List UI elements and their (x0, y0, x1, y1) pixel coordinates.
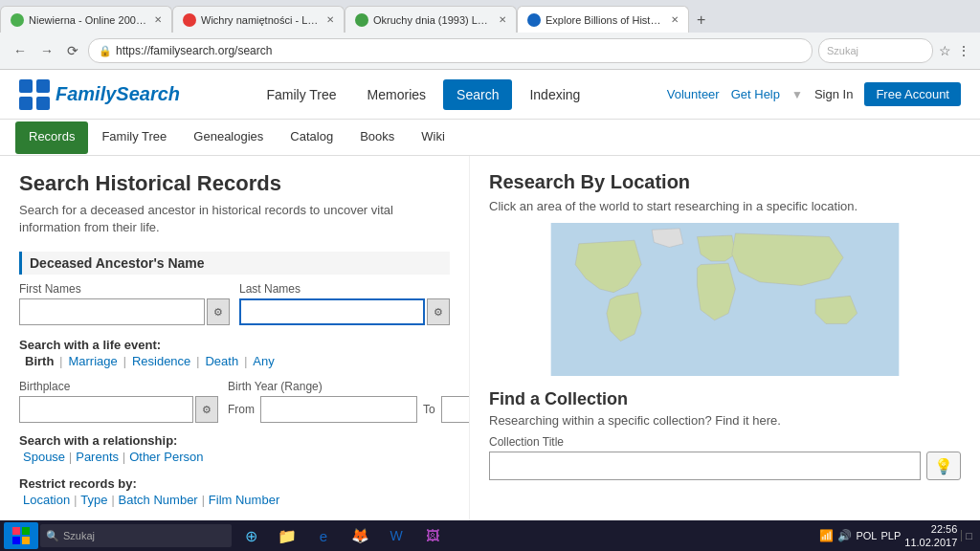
new-tab-button[interactable]: + (689, 8, 713, 33)
last-names-input[interactable] (239, 298, 425, 325)
browser-tabs: Niewierna - Online 2002 L... ✕ Wichry na… (0, 0, 980, 33)
birthplace-input[interactable] (19, 396, 193, 423)
restrict-location[interactable]: Location (19, 491, 74, 509)
windows-logo-icon (12, 527, 30, 544)
event-death[interactable]: Death (199, 352, 244, 370)
relationship-label: Search with a relationship: (19, 433, 177, 448)
collection-title-input[interactable] (489, 452, 921, 480)
site-logo[interactable]: FamilySearch (19, 79, 180, 110)
taskbar-date: 11.02.2017 (904, 536, 957, 549)
tab-close-3[interactable]: ✕ (499, 14, 506, 25)
collection-input-row: 💡 (489, 452, 961, 480)
forward-button[interactable]: → (36, 41, 57, 60)
tab-label-3: Okruchy dnia (1993) Lekto... (373, 14, 493, 26)
name-row: First Names ⚙ Last Names ⚙ (19, 282, 450, 325)
relationship-other[interactable]: Other Person (125, 448, 207, 466)
page-subtitle: Search for a deceased ancestor in histor… (19, 202, 450, 236)
birthyear-to-input[interactable] (441, 396, 469, 423)
sign-in-button[interactable]: Sign In (814, 87, 853, 101)
svg-rect-7 (12, 537, 20, 544)
restrict-film[interactable]: Film Number (205, 491, 283, 509)
browser-search-box[interactable]: Szukaj (818, 38, 933, 63)
taskbar-item-word[interactable]: W (379, 522, 413, 549)
event-marriage[interactable]: Marriage (62, 352, 122, 370)
event-links: Birth | Marriage | Residence | Death | A… (19, 352, 450, 370)
collection-input-label: Collection Title (489, 435, 961, 449)
first-names-options-button[interactable]: ⚙ (207, 298, 230, 325)
last-names-field: Last Names ⚙ (239, 282, 450, 325)
nav-memories[interactable]: Memories (354, 79, 439, 110)
subnav-genealogies[interactable]: Genealogies (180, 121, 277, 154)
lightbulb-icon: 💡 (934, 457, 953, 475)
birthplace-options-button[interactable]: ⚙ (195, 396, 218, 423)
taskbar-search[interactable]: 🔍 Szukaj (40, 524, 232, 547)
nav-family-tree[interactable]: Family Tree (253, 79, 349, 110)
taskbar-item-explorer[interactable]: 📁 (270, 522, 304, 549)
restrict-batch[interactable]: Batch Number (115, 491, 202, 509)
network-icon: 📶 (819, 529, 834, 542)
first-names-input[interactable] (19, 298, 205, 325)
nav-search[interactable]: Search (443, 79, 512, 110)
event-birth[interactable]: Birth (19, 352, 59, 370)
show-desktop-button[interactable]: □ (961, 530, 972, 541)
site-nav: Family Tree Memories Search Indexing (253, 79, 593, 110)
relationship-spouse[interactable]: Spouse (19, 448, 69, 466)
logo-icon (19, 79, 50, 110)
last-names-options-button[interactable]: ⚙ (427, 298, 450, 325)
lock-icon: 🔒 (99, 45, 112, 57)
browser-tab-2[interactable]: Wichry namiętności - Leg... ✕ (172, 6, 345, 33)
tab-label-1: Niewierna - Online 2002 L... (29, 14, 148, 26)
subnav-wiki[interactable]: Wiki (408, 121, 458, 154)
tab-close-4[interactable]: ✕ (671, 14, 679, 25)
taskbar-item-photos[interactable]: 🖼 (415, 522, 450, 549)
volunteer-link[interactable]: Volunteer (667, 87, 720, 101)
svg-rect-8 (22, 537, 30, 544)
to-label: To (423, 403, 435, 416)
browser-search-placeholder: Szukaj (827, 45, 858, 56)
start-button[interactable] (4, 522, 38, 549)
restrict-type[interactable]: Type (77, 491, 111, 509)
subnav-catalog[interactable]: Catalog (277, 121, 346, 154)
from-label: From (228, 403, 255, 416)
ancestor-section-title: Deceased Ancestor's Name (19, 252, 450, 275)
first-names-input-group: ⚙ (19, 298, 230, 325)
svg-rect-3 (36, 97, 50, 110)
life-event-section: Search with a life event: Birth | Marria… (19, 337, 450, 370)
taskbar-item-edge[interactable]: ⊕ (234, 522, 268, 549)
world-map-svg[interactable] (489, 223, 961, 376)
research-subtitle: Click an area of the world to start rese… (489, 199, 961, 213)
get-help-link[interactable]: Get Help (731, 87, 780, 101)
collection-search-button[interactable]: 💡 (926, 452, 961, 480)
logo-text: FamilySearch (56, 83, 180, 105)
relationship-section: Search with a relationship: Spouse | Par… (19, 432, 450, 466)
svg-rect-0 (19, 79, 33, 93)
back-button[interactable]: ← (10, 41, 31, 60)
browser-tab-4[interactable]: Explore Billions of Historic... ✕ (517, 6, 689, 33)
volume-icon: 🔊 (837, 529, 852, 542)
event-residence[interactable]: Residence (126, 352, 196, 370)
first-names-field: First Names ⚙ (19, 282, 230, 325)
tab-close-1[interactable]: ✕ (154, 14, 162, 25)
taskbar-item-ie[interactable]: e (306, 522, 341, 549)
free-account-button[interactable]: Free Account (864, 82, 961, 106)
browser-tab-1[interactable]: Niewierna - Online 2002 L... ✕ (0, 6, 172, 33)
browser-tab-3[interactable]: Okruchy dnia (1993) Lekto... ✕ (345, 6, 517, 33)
world-map[interactable] (489, 223, 961, 376)
taskbar-item-firefox[interactable]: 🦊 (343, 522, 377, 549)
address-bar[interactable]: 🔒 https://familysearch.org/search (88, 38, 813, 63)
birthyear-from-input[interactable] (260, 396, 417, 423)
bookmark-icon[interactable]: ☆ (939, 43, 951, 58)
nav-indexing[interactable]: Indexing (516, 79, 593, 110)
relationship-parents[interactable]: Parents (72, 448, 122, 466)
main-content: Search Historical Records Search for a d… (0, 156, 980, 551)
menu-icon[interactable]: ⋮ (957, 43, 970, 58)
taskbar-search-placeholder: Szukaj (63, 530, 95, 541)
subnav-books[interactable]: Books (346, 121, 408, 154)
event-any[interactable]: Any (247, 352, 279, 370)
restrict-links: Location | Type | Batch Number | Film Nu… (19, 491, 450, 509)
collection-subtitle: Researching within a specific collection… (489, 413, 961, 428)
tab-close-2[interactable]: ✕ (326, 14, 334, 25)
subnav-family-tree[interactable]: Family Tree (88, 121, 180, 154)
refresh-button[interactable]: ⟳ (63, 41, 82, 60)
subnav-records[interactable]: Records (15, 121, 88, 154)
